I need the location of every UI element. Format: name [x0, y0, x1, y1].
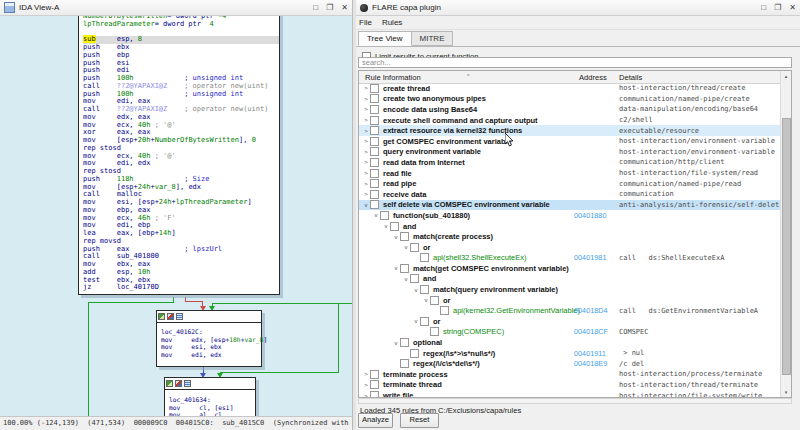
scrollbar-thumb[interactable] — [782, 118, 791, 375]
rule-row[interactable]: >create two anonymous pipescommunication… — [359, 94, 780, 105]
rule-row[interactable]: api(kernel32.GetEnvironmentVariable)0040… — [359, 305, 780, 316]
scroll-up-icon[interactable]: ▴ — [781, 71, 791, 81]
asm-line[interactable]: mov cl, [esi] — [169, 404, 255, 412]
maximize-icon[interactable]: □ — [761, 4, 766, 12]
chevron-down-icon[interactable]: v — [412, 318, 420, 324]
rule-checkbox[interactable] — [370, 116, 379, 125]
asm-line[interactable]: mov edx, [esp+18h+var_8] — [161, 336, 261, 344]
rule-checkbox[interactable] — [400, 232, 409, 241]
maximize-icon[interactable]: □ — [313, 4, 318, 12]
rule-checkbox[interactable] — [370, 94, 379, 103]
rule-row[interactable]: string(COMSPEC)004018CFCOMSPEC — [359, 327, 780, 338]
rule-checkbox[interactable] — [390, 222, 399, 231]
rule-row[interactable]: vor — [359, 295, 780, 306]
analyze-button[interactable]: Analyze — [358, 413, 393, 428]
chevron-down-icon[interactable]: v — [392, 265, 400, 271]
rule-checkbox[interactable] — [370, 158, 379, 167]
asm-line[interactable]: loc_401634: — [169, 396, 255, 404]
graph-node-icon[interactable] — [166, 380, 173, 387]
rule-checkbox[interactable] — [370, 190, 379, 199]
rule-row[interactable]: >terminate threadhost-interaction/thread… — [359, 380, 780, 391]
graph-view[interactable]: NumberOfBytesWritten= dword ptr -4lpThre… — [0, 16, 352, 417]
rule-row[interactable]: vor — [359, 242, 780, 253]
menu-rules[interactable]: Rules — [382, 18, 402, 27]
chevron-down-icon[interactable]: v — [402, 276, 410, 282]
rule-checkbox[interactable] — [370, 137, 379, 146]
text-node-icon[interactable] — [176, 313, 183, 320]
rule-checkbox[interactable] — [380, 211, 389, 220]
rule-row[interactable]: vmatch(get COMSPEC environment variable) — [359, 263, 780, 274]
rule-address[interactable]: 00401911 — [574, 349, 606, 358]
rule-checkbox[interactable] — [370, 391, 379, 397]
rule-row[interactable]: vand — [359, 274, 780, 285]
tab-mitre[interactable]: MITRE — [411, 31, 454, 46]
rule-row[interactable]: vfunction(sub_401880)00401880 — [359, 210, 780, 221]
rule-row[interactable]: >encode data using Base64data-manipulati… — [359, 104, 780, 115]
rule-checkbox[interactable] — [410, 349, 419, 358]
menu-file[interactable]: File — [359, 18, 372, 27]
rule-checkbox[interactable] — [370, 380, 379, 389]
rule-checkbox[interactable] — [370, 200, 379, 209]
rule-row[interactable]: >receive datacommunication — [359, 189, 780, 200]
close-icon[interactable]: ✕ — [341, 4, 348, 12]
asm-line[interactable]: lpThreadParameter= dword ptr 4 — [83, 21, 279, 29]
chevron-right-icon[interactable]: > — [362, 117, 370, 123]
rule-checkbox[interactable] — [370, 169, 379, 178]
rule-checkbox[interactable] — [370, 84, 379, 93]
rule-checkbox[interactable] — [370, 370, 379, 379]
rule-row[interactable]: >create threadhost-interaction/thread/cr… — [359, 83, 780, 94]
rule-row[interactable]: >read data from Internetcommunication/ht… — [359, 157, 780, 168]
rule-address[interactable]: 004018CF — [574, 327, 608, 336]
rule-row[interactable]: >read filehost-interaction/file-system/r… — [359, 168, 780, 179]
chevron-right-icon[interactable]: > — [362, 149, 370, 155]
basic-block-401634[interactable]: loc_401634:mov cl, [esi]mov al, cl — [164, 377, 256, 417]
rule-checkbox[interactable] — [370, 179, 379, 188]
rule-checkbox[interactable] — [370, 105, 379, 114]
rule-checkbox[interactable] — [430, 296, 439, 305]
chevron-down-icon[interactable]: v — [392, 340, 400, 346]
close-icon[interactable]: ✕ — [789, 4, 796, 12]
rule-row[interactable]: >write filehost-interaction/file-system/… — [359, 390, 780, 397]
chevron-down-icon[interactable]: v — [402, 244, 410, 250]
rule-row[interactable]: api(shell32.ShellExecuteEx)00401981call … — [359, 253, 780, 264]
chevron-right-icon[interactable]: > — [362, 106, 370, 112]
search-input[interactable] — [358, 57, 792, 68]
rule-row[interactable]: >terminate processhost-interaction/proce… — [359, 369, 780, 380]
basic-block-main[interactable]: NumberOfBytesWritten= dword ptr -4lpThre… — [78, 16, 280, 295]
rule-row[interactable]: vor — [359, 316, 780, 327]
rule-row[interactable]: vand — [359, 221, 780, 232]
rule-checkbox[interactable] — [370, 126, 379, 135]
rule-checkbox[interactable] — [370, 147, 379, 156]
rule-row[interactable]: voptional — [359, 337, 780, 348]
chevron-right-icon[interactable]: > — [362, 138, 370, 144]
vertical-scrollbar[interactable]: ▴ ▾ — [780, 71, 791, 397]
float-icon[interactable]: ❐ — [326, 4, 333, 12]
chevron-right-icon[interactable]: > — [362, 371, 370, 377]
asm-line[interactable]: jz loc_40170D — [83, 284, 279, 292]
rule-row[interactable]: >execute shell command and capture outpu… — [359, 115, 780, 126]
basic-block-40162c[interactable]: loc_40162C:mov edx, [esp+18h+var_8]mov e… — [156, 310, 262, 367]
column-address[interactable]: Address — [579, 73, 607, 82]
chevron-right-icon[interactable]: > — [362, 128, 370, 134]
chevron-right-icon[interactable]: > — [362, 96, 370, 102]
graph-node-icon[interactable] — [158, 313, 165, 320]
rule-checkbox[interactable] — [440, 306, 449, 315]
chevron-down-icon[interactable]: v — [422, 297, 430, 303]
chevron-down-icon[interactable]: v — [392, 234, 400, 240]
tab-tree-view[interactable]: Tree View — [358, 31, 412, 46]
rule-address[interactable]: 00401981 — [574, 253, 606, 262]
chevron-down-icon[interactable]: v — [372, 212, 380, 218]
rule-address[interactable]: 00401880 — [574, 211, 606, 220]
rule-address[interactable]: 004018E9 — [574, 359, 607, 368]
rule-checkbox[interactable] — [420, 253, 429, 262]
rule-checkbox[interactable] — [400, 264, 409, 273]
asm-line[interactable]: mov edi, edx — [161, 351, 261, 359]
color-node-icon[interactable] — [175, 380, 182, 387]
chevron-right-icon[interactable]: > — [362, 382, 370, 388]
column-details[interactable]: Details — [619, 73, 642, 82]
chevron-right-icon[interactable]: > — [362, 191, 370, 197]
rule-checkbox[interactable] — [420, 317, 429, 326]
rule-row[interactable]: >read pipecommunication/named-pipe/read — [359, 178, 780, 189]
rule-row[interactable]: vself delete via COMSPEC environment var… — [359, 200, 780, 211]
column-rule-information[interactable]: Rule Information — [365, 73, 421, 82]
